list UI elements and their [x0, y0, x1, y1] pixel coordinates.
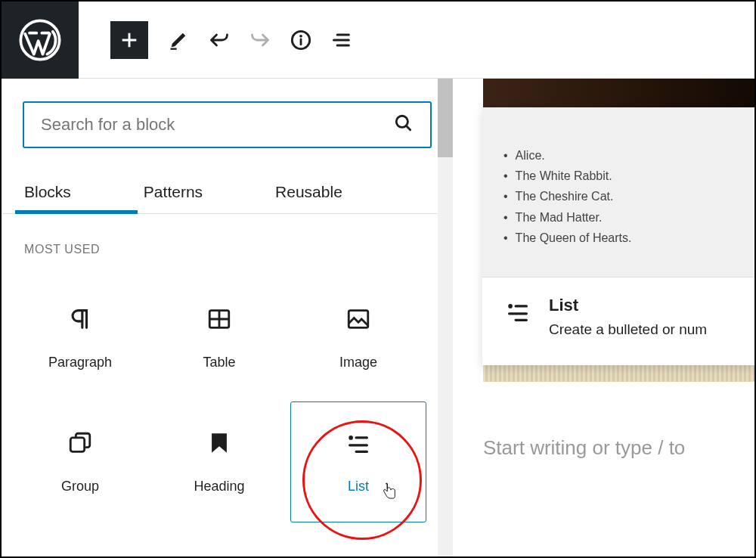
block-list[interactable]: List [290, 401, 426, 522]
block-label: Table [203, 355, 235, 370]
block-heading[interactable]: Heading [151, 401, 287, 522]
list-icon [345, 430, 371, 459]
block-grid: Paragraph Table Image Group Heading [12, 277, 442, 522]
svg-point-7 [349, 436, 353, 440]
add-block-button[interactable] [110, 21, 148, 59]
svg-rect-6 [70, 437, 84, 451]
preview-title: List [549, 296, 707, 315]
block-preview-card: Alice. The White Rabbit. The Cheshire Ca… [482, 107, 754, 365]
preview-description: Create a bulleted or num [549, 321, 707, 338]
edit-mode-button[interactable] [168, 29, 189, 51]
heading-icon [206, 430, 232, 459]
block-inserter-panel: Blocks Patterns Reusable MOST USED Parag… [2, 79, 453, 556]
editor-toolbar [2, 2, 754, 79]
block-label: Image [339, 355, 377, 370]
block-label: List [348, 479, 369, 494]
list-icon [505, 296, 531, 327]
svg-point-2 [299, 34, 302, 37]
block-label: Paragraph [48, 355, 112, 370]
outline-button[interactable] [331, 29, 352, 51]
list-item: The Cheshire Cat. [503, 186, 733, 206]
block-table[interactable]: Table [151, 277, 287, 398]
editor-canvas: Alice. The White Rabbit. The Cheshire Ca… [453, 79, 754, 556]
table-icon [206, 306, 232, 335]
list-item: The Mad Hatter. [503, 207, 733, 228]
list-item: The Queen of Hearts. [503, 228, 733, 248]
paragraph-icon [67, 306, 93, 335]
canvas-image-strip [483, 79, 754, 107]
preview-list: Alice. The White Rabbit. The Cheshire Ca… [482, 107, 754, 277]
image-icon [345, 306, 371, 335]
canvas-placeholder[interactable]: Start writing or type / to [483, 436, 754, 460]
search-input[interactable] [41, 115, 394, 135]
search-input-wrap[interactable] [23, 101, 432, 148]
block-image[interactable]: Image [290, 277, 426, 398]
canvas-texture-strip [483, 365, 754, 382]
block-paragraph[interactable]: Paragraph [12, 277, 148, 398]
block-group[interactable]: Group [12, 401, 148, 522]
list-item: The White Rabbit. [503, 166, 733, 186]
tab-blocks[interactable]: Blocks [24, 175, 71, 213]
info-button[interactable] [290, 29, 311, 51]
redo-button [249, 29, 271, 51]
group-icon [67, 430, 93, 459]
block-label: Group [61, 479, 99, 494]
undo-button[interactable] [209, 29, 230, 51]
block-label: Heading [194, 479, 244, 494]
svg-point-8 [508, 304, 513, 308]
search-icon [394, 113, 414, 136]
scrollbar-thumb[interactable] [438, 79, 453, 157]
inserter-tabs: Blocks Patterns Reusable [2, 175, 453, 214]
tab-patterns[interactable]: Patterns [144, 175, 203, 213]
list-item: Alice. [503, 145, 733, 166]
wordpress-logo[interactable] [2, 2, 79, 79]
tab-reusable[interactable]: Reusable [275, 175, 342, 213]
section-heading: MOST USED [24, 243, 430, 256]
